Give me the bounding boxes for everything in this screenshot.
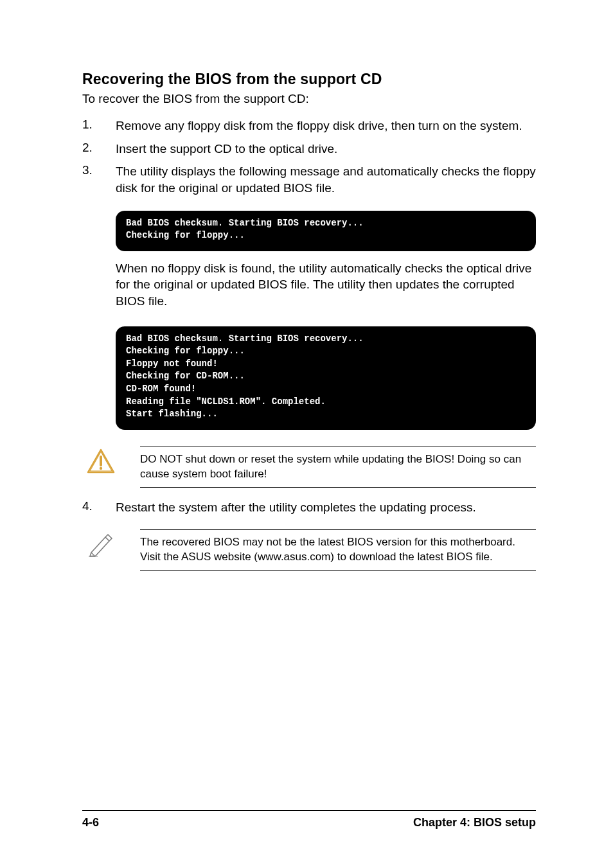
step-list: 1. Remove any floppy disk from the flopp… [82, 118, 536, 203]
step-1: 1. Remove any floppy disk from the flopp… [82, 118, 536, 134]
divider [140, 487, 536, 488]
intro-text: To recover the BIOS from the support CD: [82, 92, 536, 106]
warning-icon [82, 447, 140, 475]
step-list-cont: 4. Restart the system after the utility … [82, 499, 536, 522]
section-title: Recovering the BIOS from the support CD [82, 71, 536, 88]
chapter-label: Chapter 4: BIOS setup [413, 816, 536, 829]
warning-text: DO NOT shut down or reset the system whi… [140, 447, 536, 487]
warning-callout: DO NOT shut down or reset the system whi… [82, 447, 536, 488]
note-callout: The recovered BIOS may not be the latest… [82, 529, 536, 571]
step-text: Restart the system after the utility com… [116, 499, 536, 516]
note-icon [82, 529, 140, 558]
step-number: 1. [82, 118, 116, 134]
terminal-output-2: Bad BIOS checksum. Starting BIOS recover… [116, 326, 536, 430]
mid-paragraph: When no floppy disk is found, the utilit… [116, 260, 536, 310]
document-page: Recovering the BIOS from the support CD … [0, 0, 613, 868]
step-text: Remove any floppy disk from the floppy d… [116, 118, 536, 134]
step-3: 3. The utility displays the following me… [82, 163, 536, 196]
step-number: 4. [82, 499, 116, 516]
step-text: Insert the support CD to the optical dri… [116, 141, 536, 157]
step-number: 2. [82, 141, 116, 157]
step-text: The utility displays the following messa… [116, 163, 536, 196]
page-number: 4-6 [82, 816, 99, 829]
step-number: 3. [82, 163, 116, 196]
terminal-output-1: Bad BIOS checksum. Starting BIOS recover… [116, 211, 536, 251]
step-4: 4. Restart the system after the utility … [82, 499, 536, 516]
page-footer: 4-6 Chapter 4: BIOS setup [82, 810, 536, 829]
divider [140, 570, 536, 571]
divider [82, 810, 536, 811]
svg-point-1 [100, 467, 102, 470]
note-text: The recovered BIOS may not be the latest… [140, 530, 536, 570]
step-2: 2. Insert the support CD to the optical … [82, 141, 536, 157]
